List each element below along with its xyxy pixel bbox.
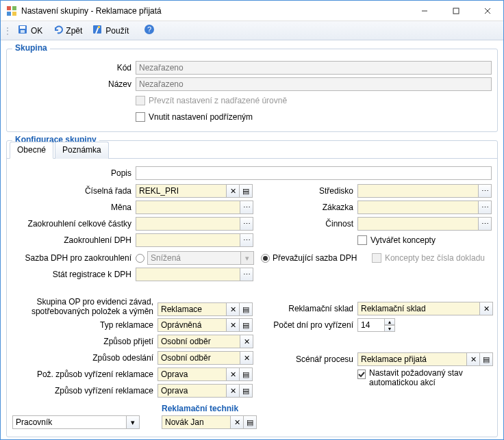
pracovnik-dropdown-button[interactable]: ▾ <box>126 415 140 429</box>
zaokdph-lookup-button[interactable]: ⋯ <box>240 233 253 247</box>
ellipsis-icon: ⋯ <box>481 220 489 229</box>
kod-input[interactable] <box>136 61 492 75</box>
tab-poznamka[interactable]: Poznámka <box>55 142 109 159</box>
pocetdni-down-button[interactable]: ▼ <box>384 325 395 332</box>
stredisko-lookup-button[interactable]: ⋯ <box>478 184 492 198</box>
svg-rect-12 <box>98 26 100 28</box>
reklsklad-input[interactable] <box>357 302 480 315</box>
mena-label: Měna <box>12 203 136 212</box>
x-icon: ✕ <box>470 355 477 364</box>
reklsklad-clear-button[interactable]: ✕ <box>479 302 493 315</box>
zaokdph-input[interactable] <box>136 233 240 247</box>
stat-input[interactable] <box>136 268 240 281</box>
skupop-lookup-button[interactable]: ▤ <box>239 302 253 316</box>
list-icon: ▤ <box>242 187 249 196</box>
save-icon <box>17 24 28 37</box>
technik-clear-button[interactable]: ✕ <box>230 415 244 429</box>
tab-obecne[interactable]: Obecné <box>10 142 53 159</box>
ellipsis-icon: ⋯ <box>243 270 251 279</box>
close-button[interactable] <box>472 1 503 21</box>
technik-lookup-button[interactable]: ▤ <box>243 415 257 429</box>
technik-heading: Reklamační technik <box>162 404 492 413</box>
sazba-radio[interactable] <box>136 254 144 263</box>
zpvyr-input[interactable] <box>158 384 227 398</box>
pozvyr-lookup-button[interactable]: ▤ <box>239 367 253 381</box>
stredisko-input[interactable] <box>357 184 479 198</box>
svg-text:?: ? <box>147 25 151 34</box>
prevaz-label: Převažující sazba DPH <box>273 253 357 263</box>
zaokcelk-lookup-button[interactable]: ⋯ <box>240 217 253 231</box>
sazba-select[interactable] <box>147 251 241 265</box>
zakazka-input[interactable] <box>357 200 479 214</box>
window-title: Nastavení skupiny - Reklamace přijatá <box>21 6 409 16</box>
sazba-dropdown-button[interactable]: ▾ <box>240 251 254 265</box>
ellipsis-icon: ⋯ <box>481 203 489 212</box>
back-button[interactable]: Zpět <box>48 23 86 38</box>
nastavit-checkbox[interactable] <box>357 370 366 379</box>
kod-label: Kód <box>12 63 136 73</box>
zpvyr-clear-button[interactable]: ✕ <box>226 384 240 398</box>
zpvyr-lookup-button[interactable]: ▤ <box>239 384 253 398</box>
crada-clear-button[interactable]: ✕ <box>226 184 240 198</box>
crada-lookup-button[interactable]: ▤ <box>239 184 253 198</box>
zaokcelk-input[interactable] <box>136 217 240 231</box>
pozvyr-input[interactable] <box>158 367 227 381</box>
x-icon: ✕ <box>483 305 490 313</box>
technik-input[interactable] <box>162 415 231 429</box>
prevzit-checkbox <box>136 96 145 105</box>
x-icon: ✕ <box>234 418 240 427</box>
zpodeslani-clear-button[interactable]: ✕ <box>240 351 253 365</box>
stat-lookup-button[interactable]: ⋯ <box>240 268 253 281</box>
nazev-input[interactable] <box>136 77 492 91</box>
apply-button[interactable]: Použít <box>88 23 133 38</box>
skupop-clear-button[interactable]: ✕ <box>226 302 240 316</box>
popis-input[interactable] <box>136 166 492 180</box>
pocetdni-spinner[interactable]: ▲ ▼ <box>357 318 395 332</box>
help-icon: ? <box>144 24 155 37</box>
list-icon: ▤ <box>242 305 249 314</box>
typrekl-lookup-button[interactable]: ▤ <box>239 318 253 332</box>
group-skupina: Skupina Kód Název Převzít nastavení z na… <box>6 49 498 132</box>
x-icon: ✕ <box>244 354 250 363</box>
scenar-lookup-button[interactable]: ▤ <box>479 352 493 366</box>
stredisko-label: Středisko <box>262 186 357 196</box>
typrekl-input[interactable] <box>158 318 227 332</box>
svg-rect-10 <box>21 30 25 33</box>
toolbar: ⋮ OK Zpět Použít ? <box>1 21 503 40</box>
reklsklad-label: Reklamační sklad <box>262 304 357 313</box>
pocetdni-up-button[interactable]: ▲ <box>384 318 395 325</box>
cinnost-lookup-button[interactable]: ⋯ <box>478 217 492 231</box>
zpodeslani-input[interactable] <box>158 351 240 365</box>
zpprijeti-clear-button[interactable]: ✕ <box>240 335 253 348</box>
crada-input[interactable] <box>136 184 227 198</box>
scenar-label: Scénář procesu <box>262 354 357 364</box>
chevron-down-icon: ▼ <box>388 326 392 331</box>
pozvyr-label: Pož. způsob vyřízení reklamace <box>12 370 158 379</box>
mena-input[interactable] <box>136 200 240 214</box>
zakazka-lookup-button[interactable]: ⋯ <box>478 200 492 214</box>
skupop-input[interactable] <box>158 302 227 316</box>
help-button[interactable]: ? <box>140 23 159 38</box>
vnutit-checkbox[interactable] <box>136 112 145 122</box>
ok-button[interactable]: OK <box>13 23 47 38</box>
minimize-button[interactable] <box>409 1 440 21</box>
pozvyr-clear-button[interactable]: ✕ <box>226 367 240 381</box>
vytkoncept-checkbox[interactable] <box>357 235 367 245</box>
prevaz-radio[interactable] <box>261 254 270 263</box>
scenar-clear-button[interactable]: ✕ <box>466 352 480 366</box>
ok-label: OK <box>31 26 42 36</box>
ellipsis-icon: ⋯ <box>243 220 251 229</box>
mena-lookup-button[interactable]: ⋯ <box>240 200 253 214</box>
pocetdni-label: Počet dní pro vyřízení <box>262 320 357 330</box>
ellipsis-icon: ⋯ <box>481 187 489 196</box>
pocetdni-input[interactable] <box>357 318 385 332</box>
pracovnik-select[interactable] <box>12 415 127 429</box>
typrekl-clear-button[interactable]: ✕ <box>226 318 240 332</box>
skupop-label: Skupina OP pro evidenci závad, spotřebov… <box>12 297 158 316</box>
cinnost-input[interactable] <box>357 217 479 231</box>
maximize-button[interactable] <box>440 1 472 21</box>
zpprijeti-input[interactable] <box>158 335 240 348</box>
svg-rect-3 <box>12 12 16 16</box>
chevron-down-icon: ▾ <box>245 254 249 263</box>
scenar-input[interactable] <box>357 352 467 366</box>
